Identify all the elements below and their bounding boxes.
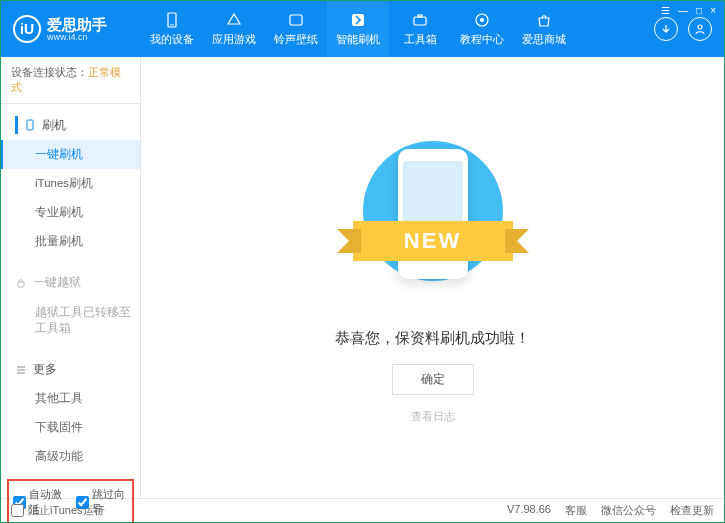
nav-label: 应用游戏 [212, 32, 256, 47]
section-jailbreak: 一键越狱 越狱工具已转移至工具箱 [1, 262, 140, 349]
wechat-link[interactable]: 微信公众号 [601, 503, 656, 518]
section-title: 更多 [33, 361, 57, 378]
svg-rect-9 [27, 120, 33, 130]
service-link[interactable]: 客服 [565, 503, 587, 518]
nav-label: 工具箱 [404, 32, 437, 47]
sidebar-item-oneclick-flash[interactable]: 一键刷机 [1, 140, 140, 169]
sidebar-item-download-firmware[interactable]: 下载固件 [1, 413, 140, 442]
nav-tutorials[interactable]: 教程中心 [451, 1, 513, 57]
lock-icon [15, 277, 27, 289]
checkbox-block-itunes[interactable]: 阻止iTunes运行 [11, 503, 105, 518]
section-title: 一键越狱 [33, 274, 81, 291]
top-nav: 我的设备 应用游戏 铃声壁纸 智能刷机 工具箱 教程中心 爱思商城 [141, 1, 654, 57]
svg-rect-10 [18, 282, 24, 287]
version-label: V7.98.66 [507, 503, 551, 518]
nav-label: 铃声壁纸 [274, 32, 318, 47]
download-button[interactable] [654, 17, 678, 41]
logo-badge: iU [13, 15, 41, 43]
view-log-link[interactable]: 查看日志 [411, 409, 455, 424]
sidebar-item-other-tools[interactable]: 其他工具 [1, 384, 140, 413]
account-button[interactable] [688, 17, 712, 41]
nav-store[interactable]: 爱思商城 [513, 1, 575, 57]
sidebar-item-itunes-flash[interactable]: iTunes刷机 [1, 169, 140, 198]
nav-label: 爱思商城 [522, 32, 566, 47]
tutorial-icon [473, 11, 491, 29]
apps-icon [225, 11, 243, 29]
sidebar-item-advanced[interactable]: 高级功能 [1, 442, 140, 471]
section-more: 更多 其他工具 下载固件 高级功能 [1, 349, 140, 477]
maximize-button[interactable]: □ [696, 5, 702, 16]
section-title: 刷机 [42, 117, 66, 134]
app-title: 爱思助手 [47, 17, 107, 32]
section-flash: 刷机 一键刷机 iTunes刷机 专业刷机 批量刷机 [1, 104, 140, 262]
wallpaper-icon [287, 11, 305, 29]
phone-icon [163, 11, 181, 29]
sidebar-item-batch-flash[interactable]: 批量刷机 [1, 227, 140, 256]
svg-rect-4 [414, 17, 426, 25]
toolbox-icon [411, 11, 429, 29]
svg-point-7 [480, 18, 484, 22]
header: iU 爱思助手 www.i4.cn 我的设备 应用游戏 铃声壁纸 智能刷机 工具… [1, 1, 724, 57]
body: 设备连接状态：正常模式 刷机 一键刷机 iTunes刷机 专业刷机 批量刷机 一… [1, 57, 724, 498]
nav-label: 智能刷机 [336, 32, 380, 47]
sidebar-item-pro-flash[interactable]: 专业刷机 [1, 198, 140, 227]
svg-rect-5 [418, 15, 422, 17]
section-head-more[interactable]: 更多 [1, 355, 140, 384]
window-controls: ☰ — □ × [661, 5, 716, 16]
logo: iU 爱思助手 www.i4.cn [13, 15, 141, 43]
confirm-button[interactable]: 确定 [392, 364, 474, 395]
flash-head-icon [24, 119, 36, 131]
section-head-jailbreak: 一键越狱 [1, 268, 140, 297]
store-icon [535, 11, 553, 29]
success-illustration: NEW [343, 131, 523, 311]
header-right [654, 17, 712, 41]
nav-apps-games[interactable]: 应用游戏 [203, 1, 265, 57]
svg-point-8 [698, 25, 702, 29]
nav-my-device[interactable]: 我的设备 [141, 1, 203, 57]
flash-icon [349, 11, 367, 29]
nav-toolbox[interactable]: 工具箱 [389, 1, 451, 57]
nav-smart-flash[interactable]: 智能刷机 [327, 1, 389, 57]
svg-rect-3 [352, 14, 364, 26]
new-ribbon: NEW [353, 221, 513, 261]
nav-label: 教程中心 [460, 32, 504, 47]
svg-rect-1 [170, 25, 174, 26]
main-content: NEW 恭喜您，保资料刷机成功啦！ 确定 查看日志 [141, 57, 724, 498]
sidebar: 设备连接状态：正常模式 刷机 一键刷机 iTunes刷机 专业刷机 批量刷机 一… [1, 57, 141, 498]
settings-icon[interactable]: ☰ [661, 5, 670, 16]
checkbox-label: 阻止iTunes运行 [28, 503, 105, 518]
footer-right: V7.98.66 客服 微信公众号 检查更新 [507, 503, 714, 518]
svg-rect-2 [290, 15, 302, 25]
nav-ringtone-wallpaper[interactable]: 铃声壁纸 [265, 1, 327, 57]
minimize-button[interactable]: — [678, 5, 688, 16]
check-update-link[interactable]: 检查更新 [670, 503, 714, 518]
menu-icon [15, 364, 27, 376]
conn-label: 设备连接状态： [11, 66, 88, 78]
connection-status-row: 设备连接状态：正常模式 [1, 57, 140, 104]
nav-label: 我的设备 [150, 32, 194, 47]
close-button[interactable]: × [710, 5, 716, 16]
success-message: 恭喜您，保资料刷机成功啦！ [335, 329, 530, 348]
section-head-flash[interactable]: 刷机 [1, 110, 140, 140]
jailbreak-note: 越狱工具已转移至工具箱 [1, 297, 140, 343]
app-url: www.i4.cn [47, 32, 107, 42]
accent-bar [15, 116, 18, 134]
